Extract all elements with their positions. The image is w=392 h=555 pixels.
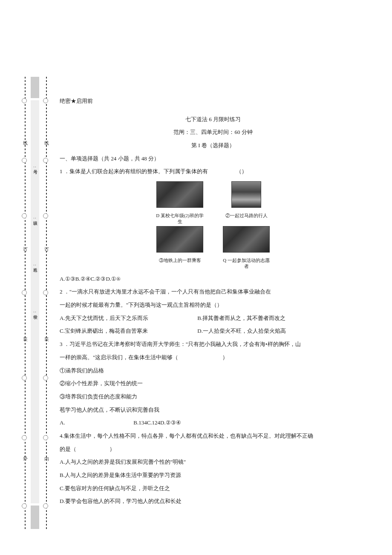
q4-line2: 的是（ ）	[60, 444, 366, 455]
circle-marker	[22, 98, 27, 103]
q2-opt-d: D.一人拾柴火不旺，众人拾柴火焰高	[197, 328, 286, 334]
dotted-line	[25, 77, 26, 529]
circle-marker	[43, 158, 48, 163]
q4-opt-d: D.要学会包容他人的不同，学习他人的优点和长处	[60, 496, 366, 507]
q1-image-2: ②一起过马路的行人	[221, 181, 272, 224]
binding-inner: 线 订 装 内	[45, 77, 48, 529]
section-heading: 一、单项选择题（共 24 小题，共 48 分）	[60, 154, 366, 164]
secret-label: 绝密★启用前	[60, 96, 366, 107]
circle-marker	[43, 290, 48, 295]
q1-options: A.①③B.②④C.②③D.①®	[60, 274, 366, 285]
q3-o4: 苞学习他人的优点，不断认识和完善自我	[60, 405, 366, 416]
q1-stem: 1 ．集体是人们联合起来的有组织的整体。下列属于集体的有 （）	[60, 166, 366, 177]
q1-caption-3: ③地铁上的一群乘客	[154, 257, 205, 263]
q2-opt-b: B.择其善者而从之，其不善者而改之	[197, 315, 285, 321]
q3-line1: 3 ．习近平总书记在天津考察时寄语南开大学师生："只有把小我融入大我，才会有海•…	[60, 339, 366, 350]
binding-outer: 线 订 装 外	[24, 77, 26, 529]
q1-image-3: ③地铁上的一群乘客	[154, 226, 205, 269]
q2-line1: 2 ．"一滴水只有放进大海里才永远不会干涸，一个人只有当他把自己和集体事业融合在	[60, 287, 366, 297]
q3-options: A. B.134C.124D.②③④	[60, 418, 366, 428]
gray-strip-top	[31, 77, 39, 98]
side-label-name: 姓名:	[32, 264, 38, 266]
q3-opt-a: A.	[60, 418, 132, 428]
q3-o1: ①涵养我们的品格	[60, 366, 366, 376]
circle-marker	[22, 290, 27, 295]
gray-strip-bottom	[31, 506, 39, 529]
side-label-class: 班级:	[32, 218, 38, 219]
photo-icon	[223, 226, 270, 253]
q1-image-4: Q 一起参加活动的志愿者	[221, 226, 272, 269]
q2-opt-a: A.先天下之忧而忧，后天下之乐而乐	[60, 313, 196, 324]
circle-marker	[43, 503, 48, 509]
q1-text: 1 ．集体是人们联合起来的有组织的整体。下列属于集体的有	[60, 168, 208, 174]
photo-icon	[156, 226, 203, 253]
photo-icon	[231, 181, 261, 208]
circle-marker	[22, 435, 27, 440]
q3-opts-bcd: B.134C.124D.②③④	[133, 419, 181, 426]
q2-line2: 一起的时候才能最有力量。"下列选项与这一观点主旨相符的是（）	[60, 300, 366, 311]
q4-line1: 4.集体生活中，每个人性格不同，特点各异，每个人都有优点和长处，也有缺点与不足。…	[60, 431, 366, 442]
circle-marker	[43, 98, 48, 103]
dotted-line	[46, 77, 47, 529]
q1-caption-1: D 某校七年级(2)班的学生	[154, 212, 205, 225]
q4-opt-b: B.人与人之间的差异是集体生活中重要的学习资源	[60, 470, 366, 481]
circle-marker	[22, 375, 27, 381]
exam-title: 七下道法 6 月限时练习	[60, 114, 366, 125]
side-label-examno: 考号:	[32, 166, 38, 168]
q1-image-grid: D 某校七年级(2)班的学生 ②一起过马路的行人 ③地铁上的一群乘客 Q 一起参…	[132, 181, 294, 270]
circle-marker	[22, 213, 27, 218]
q3-o3: ③培养我们负责任的态度和能力	[60, 392, 366, 402]
circle-marker	[43, 375, 48, 381]
photo-icon	[156, 181, 203, 208]
exam-part: 第 I 卷（选择题）	[60, 140, 366, 151]
q4-opt-a: A.人与人之间的差异是我们发展和完善个性的"明镜"	[60, 457, 366, 468]
q3-line2: 一样的崇高。"这启示我们，在集体生活中能够（ ）	[60, 352, 366, 363]
q2-opt-c: C.宝剑锋从磨砺出，梅花香自苦寒来	[60, 326, 196, 337]
circle-marker	[43, 213, 48, 218]
q1-paren: （）	[236, 168, 247, 174]
exam-scope: 范闸：三、四单元时间：60 分钟	[60, 127, 366, 138]
gray-strip-mid	[31, 100, 39, 503]
q1-image-1: D 某校七年级(2)班的学生	[154, 181, 205, 224]
circle-marker	[22, 158, 27, 163]
q1-caption-4: Q 一起参加活动的志愿者	[221, 257, 272, 270]
q1-caption-2: ②一起过马路的行人	[221, 212, 272, 218]
circle-marker	[43, 435, 48, 440]
q3-o2: ②缩小个性差异，实现个性的统一	[60, 378, 366, 389]
circle-marker	[22, 503, 27, 509]
side-label-school: 学校:	[32, 311, 38, 313]
q4-opt-c: C.要包容对方的任何缺点与不足，并听之任之	[60, 483, 366, 494]
exam-content: 绝密★启用前 七下道法 6 月限时练习 范闸：三、四单元时间：60 分钟 第 I…	[60, 96, 366, 509]
q2-options-row1: A.先天下之忧而忧，后天下之乐而乐 B.择其善者而从之，其不善者而改之	[60, 313, 366, 324]
q2-options-row2: C.宝剑锋从磨砺出，梅花香自苦寒来 D.一人拾柴火不旺，众人拾柴火焰高	[60, 326, 366, 337]
